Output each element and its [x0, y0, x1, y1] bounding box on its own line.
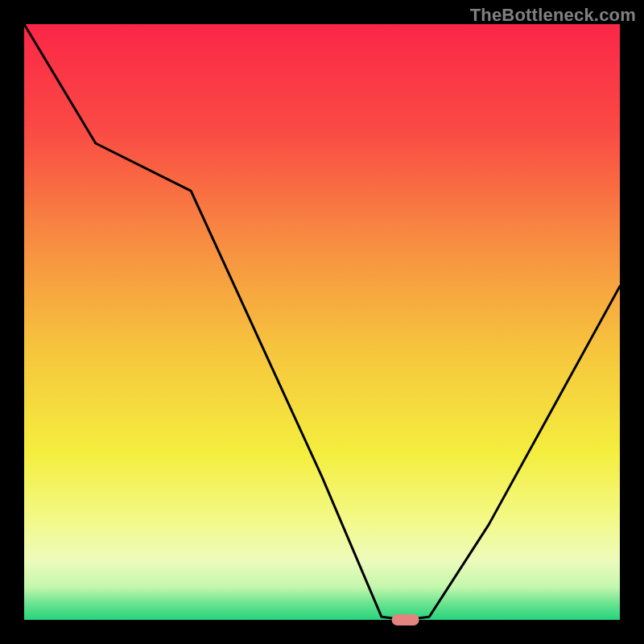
optimal-marker	[392, 614, 419, 625]
watermark-text: TheBottleneck.com	[470, 5, 636, 26]
bottleneck-chart: TheBottleneck.com	[0, 0, 644, 644]
chart-canvas	[0, 0, 644, 644]
plot-background	[24, 24, 620, 620]
